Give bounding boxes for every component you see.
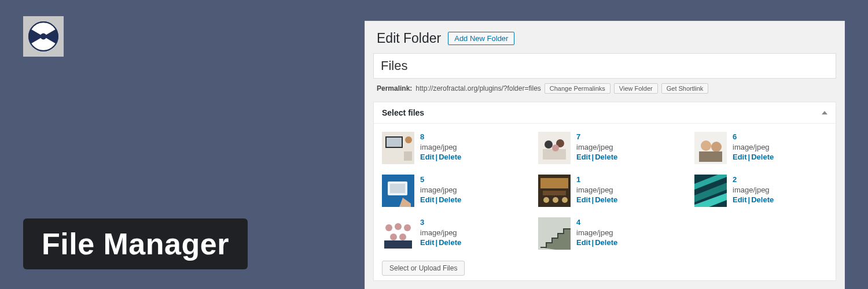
- file-actions: Edit|Delete: [733, 152, 774, 162]
- svg-rect-24: [543, 191, 566, 195]
- get-shortlink-button[interactable]: Get Shortlink: [661, 83, 709, 94]
- svg-rect-23: [540, 178, 568, 188]
- file-id-link[interactable]: 1: [576, 175, 617, 185]
- file-item: 7image/jpegEdit|Delete: [538, 132, 671, 164]
- file-thumbnail[interactable]: [694, 132, 727, 164]
- file-id-link[interactable]: 5: [420, 175, 461, 185]
- file-delete-link[interactable]: Delete: [595, 195, 617, 204]
- file-thumbnail[interactable]: [382, 217, 414, 250]
- file-thumbnail[interactable]: [694, 175, 727, 207]
- app-logo: [23, 16, 64, 57]
- svg-point-30: [385, 224, 392, 231]
- file-mime: image/jpeg: [576, 142, 617, 153]
- svg-point-26: [553, 197, 558, 203]
- file-mime: image/jpeg: [420, 228, 461, 238]
- svg-rect-9: [404, 151, 412, 161]
- file-item: 1image/jpegEdit|Delete: [538, 175, 671, 207]
- permalink-url: http://zerofractal.org/plugins/?folder=f…: [415, 84, 540, 92]
- file-id-link[interactable]: 4: [576, 217, 617, 228]
- file-delete-link[interactable]: Delete: [439, 195, 461, 204]
- file-id-link[interactable]: 6: [733, 132, 774, 142]
- folder-name-row: [373, 53, 836, 79]
- file-delete-link[interactable]: Delete: [595, 153, 617, 161]
- file-delete-link[interactable]: Delete: [439, 238, 461, 247]
- view-folder-button[interactable]: View Folder: [614, 83, 658, 94]
- file-id-link[interactable]: 2: [733, 175, 774, 185]
- file-actions: Edit|Delete: [576, 195, 617, 205]
- svg-rect-35: [384, 240, 412, 249]
- file-actions: Edit|Delete: [576, 152, 617, 162]
- svg-point-27: [562, 197, 568, 203]
- file-delete-link[interactable]: Delete: [595, 238, 617, 247]
- file-mime: image/jpeg: [420, 142, 461, 153]
- file-thumbnail[interactable]: [538, 217, 571, 250]
- change-permalinks-button[interactable]: Change Permalinks: [545, 83, 610, 94]
- svg-point-32: [404, 224, 411, 231]
- file-delete-link[interactable]: Delete: [751, 153, 774, 161]
- file-meta: 6image/jpegEdit|Delete: [733, 132, 774, 164]
- file-mime: image/jpeg: [420, 185, 461, 195]
- metabox-header: Select files: [374, 102, 836, 124]
- file-item: 2image/jpegEdit|Delete: [694, 175, 827, 207]
- select-upload-button[interactable]: Select or Upload Files: [382, 261, 465, 276]
- file-item: 4image/jpegEdit|Delete: [538, 217, 671, 250]
- file-id-link[interactable]: 8: [420, 132, 461, 142]
- svg-rect-21: [390, 184, 405, 193]
- file-item: 3image/jpegEdit|Delete: [382, 217, 515, 250]
- file-item: 8image/jpegEdit|Delete: [382, 132, 515, 164]
- file-edit-link[interactable]: Edit: [576, 153, 591, 161]
- file-edit-link[interactable]: Edit: [576, 238, 591, 247]
- svg-point-14: [552, 144, 559, 151]
- file-meta: 5image/jpegEdit|Delete: [420, 175, 461, 207]
- file-id-link[interactable]: 3: [420, 217, 461, 228]
- file-meta: 8image/jpegEdit|Delete: [420, 132, 461, 164]
- file-delete-link[interactable]: Delete: [439, 153, 461, 161]
- panel-header: Edit Folder Add New Folder: [365, 21, 844, 53]
- file-actions: Edit|Delete: [576, 238, 617, 248]
- file-meta: 1image/jpegEdit|Delete: [576, 175, 617, 207]
- select-files-metabox: Select files 8image/jpegEdit|Delete7imag…: [373, 102, 836, 281]
- svg-point-31: [395, 223, 402, 230]
- metabox-title: Select files: [382, 108, 424, 117]
- page-title: File Manager: [23, 218, 248, 269]
- file-item: 5image/jpegEdit|Delete: [382, 175, 515, 207]
- file-edit-link[interactable]: Edit: [420, 195, 435, 204]
- file-mime: image/jpeg: [576, 228, 617, 238]
- metabox-toggle-icon[interactable]: [822, 111, 827, 114]
- svg-point-17: [711, 142, 722, 152]
- file-edit-link[interactable]: Edit: [733, 195, 747, 204]
- svg-point-34: [399, 234, 406, 240]
- file-meta: 2image/jpegEdit|Delete: [733, 175, 774, 207]
- file-meta: 3image/jpegEdit|Delete: [420, 217, 461, 250]
- file-meta: 7image/jpegEdit|Delete: [576, 132, 617, 164]
- file-edit-link[interactable]: Edit: [733, 153, 747, 161]
- svg-rect-18: [699, 151, 722, 162]
- svg-point-16: [701, 140, 711, 151]
- file-meta: 4image/jpegEdit|Delete: [576, 217, 617, 250]
- file-mime: image/jpeg: [733, 142, 774, 153]
- svg-point-4: [41, 34, 47, 40]
- file-edit-link[interactable]: Edit: [420, 238, 435, 247]
- file-thumbnail[interactable]: [382, 175, 414, 207]
- file-delete-link[interactable]: Delete: [751, 195, 774, 204]
- svg-point-33: [390, 234, 397, 240]
- file-thumbnail[interactable]: [538, 175, 571, 207]
- permalink-row: Permalink: http://zerofractal.org/plugin…: [365, 79, 844, 102]
- folder-name-input[interactable]: [381, 58, 829, 73]
- svg-point-12: [545, 140, 553, 149]
- file-actions: Edit|Delete: [733, 195, 774, 205]
- permalink-label: Permalink:: [377, 84, 412, 92]
- edit-folder-panel: Edit Folder Add New Folder Permalink: ht…: [365, 21, 845, 289]
- file-edit-link[interactable]: Edit: [420, 153, 435, 161]
- file-grid: 8image/jpegEdit|Delete7image/jpegEdit|De…: [374, 124, 836, 258]
- file-item: 6image/jpegEdit|Delete: [694, 132, 827, 164]
- add-new-folder-button[interactable]: Add New Folder: [448, 32, 514, 45]
- svg-point-8: [405, 136, 412, 143]
- metabox-footer: Select or Upload Files: [374, 258, 836, 280]
- file-thumbnail[interactable]: [538, 132, 571, 164]
- svg-point-25: [543, 197, 549, 203]
- file-mime: image/jpeg: [733, 185, 774, 195]
- file-id-link[interactable]: 7: [576, 132, 617, 142]
- file-edit-link[interactable]: Edit: [576, 195, 591, 204]
- file-thumbnail[interactable]: [382, 132, 414, 164]
